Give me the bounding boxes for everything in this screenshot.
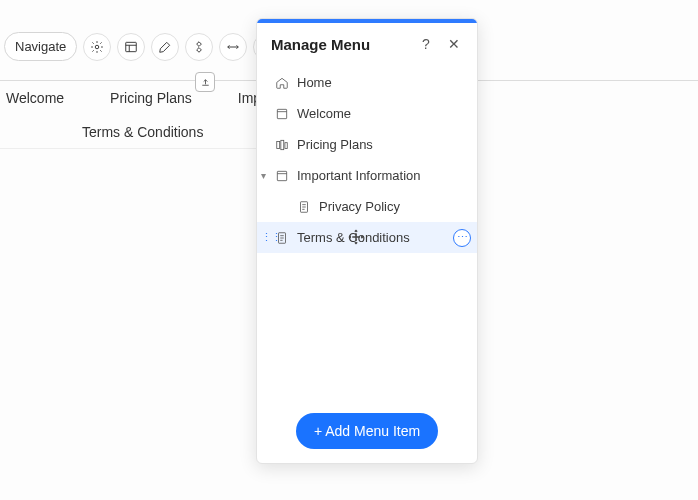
svg-rect-3 [277,109,286,118]
panel-footer: + Add Menu Item [257,399,477,463]
menu-item-welcome[interactable]: Welcome [257,98,477,129]
brush-icon[interactable] [151,33,179,61]
more-actions-button[interactable]: ⋯ [453,229,471,247]
page-tabs: Welcome Pricing Plans Important Informat… [0,90,266,106]
panel-header: Manage Menu ? ✕ [257,23,477,65]
gear-icon[interactable] [83,33,111,61]
svg-point-0 [96,45,100,49]
menu-item-pricing[interactable]: Pricing Plans [257,129,477,160]
arrows-h-icon[interactable] [219,33,247,61]
menu-item-label: Welcome [297,106,351,121]
doc-icon [297,200,311,214]
divider [0,148,256,149]
navigate-button[interactable]: Navigate [4,32,77,61]
menu-item-important[interactable]: ▾ Important Information [257,160,477,191]
upload-icon[interactable] [195,72,215,92]
menu-item-home[interactable]: Home [257,67,477,98]
tab-welcome[interactable]: Welcome [6,90,64,106]
svg-rect-4 [277,141,280,148]
chevron-down-icon[interactable]: ▾ [261,170,266,181]
editor-toolbar: Navigate [4,32,281,61]
diamond-icon[interactable] [185,33,213,61]
plans-icon [275,138,289,152]
page-icon [275,107,289,121]
menu-item-label: Home [297,75,332,90]
layout-icon[interactable] [117,33,145,61]
menu-item-label: Pricing Plans [297,137,373,152]
menu-item-label: Privacy Policy [319,199,400,214]
svg-rect-6 [285,142,287,148]
panel-title: Manage Menu [271,36,370,53]
help-icon[interactable]: ? [417,35,435,53]
menu-item-terms[interactable]: ⋮⋮ Terms & Conditions ⋯ [257,222,477,253]
home-icon [275,76,289,90]
svg-rect-1 [126,42,137,51]
add-menu-item-button[interactable]: + Add Menu Item [296,413,438,449]
close-icon[interactable]: ✕ [445,35,463,53]
page-icon [275,169,289,183]
menu-item-privacy[interactable]: Privacy Policy [257,191,477,222]
page-title: Terms & Conditions [82,124,203,140]
tab-pricing[interactable]: Pricing Plans [110,90,192,106]
move-cursor-icon [347,228,365,246]
manage-menu-panel: Manage Menu ? ✕ Home Welcome Pricing Pla… [256,18,478,464]
svg-rect-5 [281,140,284,149]
menu-item-label: Important Information [297,168,421,183]
drag-handle-icon[interactable]: ⋮⋮ [261,231,281,244]
svg-rect-7 [277,171,286,180]
menu-list: Home Welcome Pricing Plans ▾ Important I… [257,65,477,399]
